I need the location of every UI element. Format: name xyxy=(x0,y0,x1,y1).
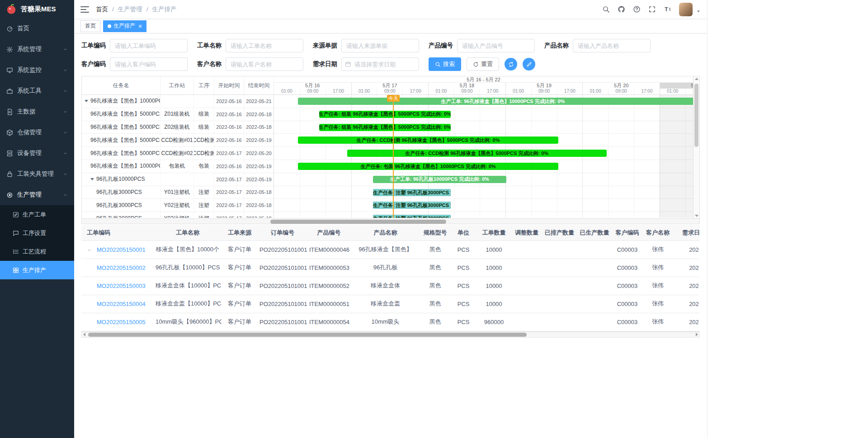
work-order-link[interactable]: MO202205150002 xyxy=(97,264,146,271)
sidebar-item-fixture-management[interactable]: 工装夹具管理 xyxy=(0,164,74,184)
sidebar-subitem-work-order[interactable]: 生产工单 xyxy=(0,205,74,224)
sidebar-subitem-production-scheduling[interactable]: 生产排产 xyxy=(0,261,74,279)
sidebar-item-system-management[interactable]: 系统管理 xyxy=(0,39,74,60)
scroll-left-icon[interactable] xyxy=(83,333,85,336)
cell-product_name: 移液盒盒体 xyxy=(350,277,420,295)
refresh-gantt-button[interactable] xyxy=(505,58,517,71)
gantt-column-header: 开始时间 xyxy=(214,76,244,94)
sidebar-item-production-management[interactable]: 生产管理 xyxy=(0,184,74,205)
tab-close-icon[interactable]: × xyxy=(138,23,142,29)
table-horizontal-scrollbar[interactable] xyxy=(81,332,700,338)
collapse-icon[interactable] xyxy=(85,100,88,102)
gantt-bar-task[interactable]: 生产任务: 注塑 96孔孔板3000PCS 完成比例: 0% xyxy=(373,202,451,209)
gantt-task-row[interactable]: 96孔孔板10000PCS2022-05-172022-05-19 xyxy=(82,173,274,186)
gantt-task-row[interactable]: 96孔孔板3000PCSY03注塑机注塑2022-05-172022-05-18 xyxy=(82,212,274,218)
work-order-link[interactable]: MO202205150005 xyxy=(97,319,146,325)
gantt-bar-task[interactable]: 生产任务: CCD检测 96孔移液盒【黑色】5000PCS 完成比例: 0% xyxy=(298,137,558,144)
navbar-fullscreen-button[interactable] xyxy=(648,5,656,13)
gantt-bar-task[interactable]: 生产任务: 注塑 96孔孔板3000PCS 完成比例: 0% xyxy=(373,189,451,196)
navbar-github-button[interactable] xyxy=(618,5,625,13)
gantt-task-cell: Y03注塑机 xyxy=(160,212,194,218)
gantt-horizontal-scrollbar[interactable] xyxy=(81,218,700,224)
filter-input-customer-code[interactable] xyxy=(110,57,188,71)
tab-production-scheduling[interactable]: 生产排产× xyxy=(103,20,146,32)
sidebar-item-home[interactable]: 首页 xyxy=(0,18,74,39)
sidebar-item-system-monitor[interactable]: 系统监控 xyxy=(0,60,74,80)
sidebar-item-warehouse-management[interactable]: 仓储管理 xyxy=(0,122,74,143)
gantt-task-row[interactable]: 96孔移液盒【黑色】10000PCS包装机包装2022-05-162022-05… xyxy=(82,160,274,173)
chevron-down-icon xyxy=(63,89,68,94)
task-name-text: 96孔孔板3000PCS xyxy=(96,215,142,218)
filter-input-product-code[interactable] xyxy=(457,39,535,52)
filter-field-demand-date: 需求日期 xyxy=(313,57,419,71)
scroll-down-icon[interactable] xyxy=(695,215,698,217)
sidebar-subitem-process-flow[interactable]: 工艺流程 xyxy=(0,242,74,261)
gantt-task-row[interactable]: 96孔移液盒【黑色】10000PCS2022-05-162022-05-21 xyxy=(82,95,274,108)
gantt-bar-label: 生产任务: 组装 96孔移液盒【黑色】5000PCS 完成比例: 0% xyxy=(319,124,451,131)
sidebar-subitem-process-settings[interactable]: 工序设置 xyxy=(0,224,74,242)
cell-demand_date: 202 xyxy=(674,295,700,313)
gantt-task-row[interactable]: 96孔移液盒【黑色】5000PCSZ01组装机组装2022-05-162022-… xyxy=(82,108,274,121)
work-order-link[interactable]: MO202205150003 xyxy=(97,283,146,289)
search-button[interactable]: 搜索 xyxy=(429,57,461,71)
device-icon xyxy=(6,150,13,157)
gantt-task-row[interactable]: 96孔移液盒【黑色】5000PCSCCD检测#01CCD检测2022-05-16… xyxy=(82,134,274,147)
avatar-caret-icon[interactable] xyxy=(696,9,701,14)
sidebar-item-master-data[interactable]: 主数据 xyxy=(0,101,74,122)
collapse-icon[interactable] xyxy=(90,178,94,180)
gantt-bar-task[interactable]: 生产任务: CCD检测 96孔移液盒【黑色】5000PCS 完成比例: 0% xyxy=(347,150,607,157)
gantt-chart: 任务名工作站工序开始时间结束时间 96孔移液盒【黑色】10000PCS2022-… xyxy=(81,76,700,218)
tab-home[interactable]: 首页 xyxy=(80,20,100,32)
filter-input-demand-date[interactable] xyxy=(341,57,419,71)
edit-button[interactable] xyxy=(523,58,535,71)
reset-button[interactable]: 重置 xyxy=(467,57,499,71)
scroll-right-icon[interactable] xyxy=(696,333,698,336)
gantt-task-row[interactable]: 96孔孔板3000PCSY01注塑机注塑2022-05-172022-05-18 xyxy=(82,186,274,199)
sidebar-item-system-tools[interactable]: 系统工具 xyxy=(0,80,74,101)
task-name-text: 96孔移液盒【黑色】5000PCS xyxy=(90,110,160,118)
gantt-bar-label: 生产工单: 96孔孔板10000PCS 完成比例: 0% xyxy=(390,176,489,183)
gantt-bar-task[interactable]: 生产任务: 包装 96孔移液盒【黑色】10000PCS 完成比例: 0% xyxy=(298,163,558,170)
gantt-body: 生产工单: 96孔移液盒【黑色】10000PCS 完成比例: 0%生产任务: 组… xyxy=(274,95,693,218)
navbar-search-button[interactable] xyxy=(602,5,610,13)
gantt-vertical-scrollbar[interactable] xyxy=(693,76,699,218)
sidebar-item-equipment-management[interactable]: 设备管理 xyxy=(0,143,74,164)
row-expand-icon[interactable] xyxy=(87,248,97,253)
navbar-question-button[interactable] xyxy=(633,5,641,13)
caret-down-icon xyxy=(696,9,701,14)
user-avatar[interactable] xyxy=(679,3,693,16)
app-logo[interactable]: 苦糖果MES xyxy=(0,0,74,18)
filter-input-product-name[interactable] xyxy=(573,39,651,52)
gantt-bar-task[interactable]: 生产任务: 组装 96孔移液盒【黑色】5000PCS 完成比例: 0% xyxy=(319,124,451,131)
gantt-bar-order[interactable]: 生产工单: 96孔移液盒【黑色】10000PCS 完成比例: 0% xyxy=(298,98,693,105)
gantt-bar-task[interactable]: 生产任务: 组装 96孔移液盒【黑色】5000PCS 完成比例: 0% xyxy=(319,111,451,118)
gantt-task-cell: 2022-05-21 xyxy=(244,95,274,108)
breadcrumb-item[interactable]: 生产管理 xyxy=(118,5,142,14)
cell-name: 移液盒盒盖【10000】PCS xyxy=(154,295,222,313)
cell-scheduled_qty xyxy=(542,259,576,277)
work-order-link[interactable]: MO202205150001 xyxy=(97,246,146,253)
gantt-task-grid: 任务名工作站工序开始时间结束时间 96孔移液盒【黑色】10000PCS2022-… xyxy=(82,76,274,218)
gantt-hscroll-thumb[interactable] xyxy=(270,220,446,224)
filter-input-work-order-code[interactable] xyxy=(110,39,188,52)
gantt-bar-label: 生产任务: 注塑 96孔孔板3000PCS 完成比例: 0% xyxy=(373,215,451,218)
breadcrumb-item[interactable]: 首页 xyxy=(96,5,108,14)
column-header-scheduled_qty: 已排产数量 xyxy=(542,225,576,240)
cell-order_no: PO202205101001 xyxy=(258,295,307,313)
gantt-task-row[interactable]: 96孔孔板3000PCSY02注塑机注塑2022-05-172022-05-18 xyxy=(82,199,274,212)
filter-input-source-doc[interactable] xyxy=(341,39,419,52)
gantt-hour-header: 17:00 xyxy=(634,89,660,94)
sidebar-toggle-icon[interactable] xyxy=(80,6,89,13)
cell-code: MO202205150001 xyxy=(81,240,154,259)
gantt-bar-task[interactable]: 生产任务: 注塑 96孔孔板3000PCS 完成比例: 0% xyxy=(373,215,451,218)
gantt-vscroll-thumb[interactable] xyxy=(694,84,698,147)
gantt-task-row[interactable]: 96孔移液盒【黑色】5000PCSZ02组装机组装2022-05-162022-… xyxy=(82,121,274,134)
gantt-task-row[interactable]: 96孔移液盒【黑色】5000PCSCCD检测#02CCD检测2022-05-17… xyxy=(82,147,274,160)
table-hscroll-thumb[interactable] xyxy=(88,333,527,337)
scroll-up-icon[interactable] xyxy=(695,78,698,80)
work-order-link[interactable]: MO202205150004 xyxy=(97,301,146,307)
navbar-font-size-button[interactable]: T xyxy=(664,5,671,13)
filter-input-work-order-name[interactable] xyxy=(226,39,303,52)
chevron-down-icon xyxy=(63,109,68,114)
filter-input-customer-name[interactable] xyxy=(226,57,303,71)
